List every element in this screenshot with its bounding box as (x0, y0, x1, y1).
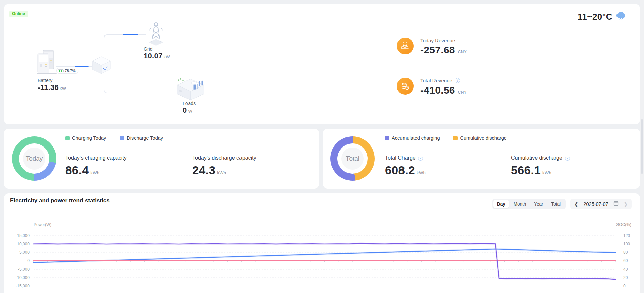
total-revenue-value: -410.56CNY (420, 84, 467, 96)
charging-capacity-value: 86.4kWh (65, 164, 99, 177)
total-revenue-row: Total Revenue? -410.56CNY (397, 78, 467, 96)
page-scrollbar-thumb[interactable] (641, 119, 643, 174)
today-revenue-row: Today Revenue -257.68CNY (397, 38, 467, 56)
svg-text:120: 120 (623, 233, 630, 238)
gold-ingots-icon (397, 38, 414, 54)
svg-text:40: 40 (623, 267, 628, 272)
cumulative-discharge-title: Cumulative discharge? (511, 155, 570, 161)
overview-card: Online 11~20°C Batte (4, 4, 640, 124)
total-energy-card: Total Accumulated charging Cumulative di… (323, 129, 640, 189)
svg-text:0: 0 (27, 258, 30, 263)
grid-unit: kW (164, 54, 170, 59)
battery-value: -11.36kW (38, 83, 66, 92)
loads-label: Loads (183, 101, 196, 106)
today-legend: Charging Today Discharge Today (65, 135, 163, 141)
coins-icon (397, 78, 414, 95)
legend-item-charging-today: Charging Today (65, 135, 106, 141)
info-icon[interactable]: ? (455, 78, 460, 83)
power-soc-line-chart[interactable]: 15,00012010,0001005,00080060-5,00040-10,… (4, 193, 640, 293)
loads-unit: W (188, 109, 193, 114)
grid-icon (146, 20, 166, 48)
grid-label: Grid (144, 46, 170, 52)
grid-node-info: Grid 10.07kW (144, 46, 170, 60)
battery-soc-value: 78.7% (65, 69, 76, 73)
total-legend: Accumulated charging Cumulative discharg… (385, 135, 507, 141)
today-donut-center-label: Today (23, 148, 45, 170)
grid-value: 10.07kW (144, 52, 170, 60)
svg-text:5,000: 5,000 (19, 250, 30, 255)
loads-value: 0W (183, 106, 196, 115)
battery-node-info: Battery -11.36kW (38, 78, 66, 92)
total-donut-center-label: Total (341, 148, 364, 170)
battery-label: Battery (38, 78, 66, 83)
total-revenue-label: Total Revenue? (420, 78, 467, 83)
battery-level-icon (58, 69, 63, 72)
today-revenue-currency: CNY (458, 50, 467, 54)
today-energy-card: Today Charging Today Discharge Today Tod… (4, 129, 319, 189)
battery-soc-pill: 78.7% (56, 68, 78, 74)
svg-text:-10,000: -10,000 (16, 275, 30, 280)
discharge-capacity-value: 24.3kWh (192, 164, 226, 177)
svg-text:15,000: 15,000 (17, 233, 30, 238)
legend-swatch (385, 136, 389, 140)
svg-text:60: 60 (623, 258, 628, 263)
page-scrollbar-track (640, 0, 644, 293)
legend-swatch (65, 136, 70, 140)
svg-text:100: 100 (623, 242, 630, 246)
inverter-icon (92, 56, 111, 76)
svg-text:-15,000: -15,000 (16, 284, 30, 288)
rain-cloud-icon (615, 11, 627, 23)
loads-node-info: Loads 0W (183, 101, 196, 115)
charging-capacity-title: Today's charging capacity (65, 155, 127, 161)
legend-item-discharge-today: Discharge Today (120, 135, 163, 141)
svg-text:-5,000: -5,000 (18, 267, 30, 272)
svg-text:10,000: 10,000 (17, 242, 30, 246)
battery-icon (35, 49, 58, 77)
total-charge-title: Total Charge? (385, 155, 423, 161)
today-revenue-value: -257.68CNY (420, 44, 467, 56)
temperature-range: 11~20°C (578, 12, 612, 22)
today-revenue-label: Today Revenue (420, 38, 467, 43)
legend-swatch (453, 136, 458, 140)
trend-statistics-card: Electricity and power trend statistics D… (4, 193, 640, 293)
info-icon[interactable]: ? (565, 156, 570, 161)
svg-text:80: 80 (623, 250, 628, 255)
loads-icon (174, 77, 205, 102)
legend-item-accumulated-charging: Accumulated charging (385, 135, 440, 141)
svg-text:0: 0 (623, 284, 626, 288)
cumulative-discharge-value: 566.1kWh (511, 164, 551, 177)
battery-unit: kW (60, 86, 66, 91)
svg-text:20: 20 (623, 275, 628, 280)
total-revenue-currency: CNY (458, 90, 467, 95)
total-donut-chart: Total (330, 136, 375, 181)
today-donut-chart: Today (12, 136, 56, 181)
legend-swatch (120, 136, 124, 140)
weather-widget: 11~20°C (578, 11, 627, 23)
info-icon[interactable]: ? (418, 156, 423, 161)
total-charge-value: 608.2kWh (385, 164, 426, 177)
discharge-capacity-title: Today's discharge capacity (192, 155, 256, 161)
legend-item-cumulative-discharge: Cumulative discharge (453, 135, 506, 141)
